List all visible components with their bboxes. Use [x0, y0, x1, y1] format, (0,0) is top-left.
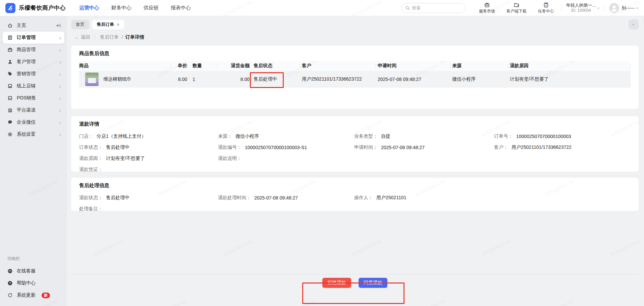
service-market-link[interactable]: 服务市场 [477, 2, 497, 14]
breadcrumb-parent[interactable]: 售后订单 [100, 34, 119, 40]
field-process-time: 退款处理时间：2025-07-08 09:48:27 [218, 192, 354, 203]
tabs-collapse-button[interactable]: › [629, 19, 639, 30]
field-value: 用户25021101 [376, 195, 406, 201]
sidebar-item-label: 系统设置 [17, 131, 55, 137]
field-label: 业务类型： [354, 133, 378, 139]
sidebar-item-marketing[interactable]: 营销管理 › [3, 68, 64, 80]
sidebar-item-customers[interactable]: 客户管理 › [3, 56, 64, 68]
field-value: 微信小程序 [235, 133, 259, 139]
global-search[interactable] [401, 3, 465, 13]
field-customer: 客户：用户25021101/17336623722 [494, 142, 631, 153]
field-label: 退款处理时间： [218, 195, 251, 201]
footer-action-bar: 拒绝退款 同意退款 [71, 274, 639, 288]
top-nav-supply-chain[interactable]: 供应链 [144, 5, 159, 11]
question-circle-icon: ? [7, 280, 13, 286]
field-refund-no: 退款编号：100002507070000100003-S1 [218, 142, 354, 153]
field-apply-time: 申请时间：2025-07-08 09:48:27 [354, 142, 494, 153]
chevron-right-icon: › [59, 107, 61, 113]
page-title: 订单详情 [125, 34, 144, 40]
sidebar-item-wecom[interactable]: 企业微信 › [3, 116, 64, 128]
search-input[interactable] [412, 5, 455, 10]
search-icon [405, 6, 410, 10]
chevron-down-icon: › [635, 7, 641, 9]
sidebar-item-online-store[interactable]: 线上店铺 › [3, 80, 64, 92]
pos-sales-icon [7, 95, 13, 101]
sidebar-item-label: POS销售 [17, 95, 55, 101]
sidebar-item-label: 企业微信 [17, 119, 55, 125]
table-header-row: 商品 单价 数量 退货金额 售后状态 客户 申请时间 来源 退款原因 [79, 61, 631, 71]
sidebar-footer: 功能栏 在线客服 ? 帮助中心 系统更新 新 [0, 256, 67, 301]
field-label: 门店： [79, 133, 93, 139]
field-refund-proof: 退款凭证： [79, 164, 218, 175]
col-product: 商品 [79, 61, 170, 71]
field-order-status: 订单状态：售后处理中 [79, 142, 218, 153]
sidebar-item-label: 商品管理 [17, 47, 55, 53]
col-apply-time: 申请时间 [376, 61, 450, 71]
sidebar-item-settings[interactable]: 系统设置 › [3, 128, 64, 140]
col-customer: 客户 [300, 61, 376, 71]
sidebar-item-platform-channels[interactable]: 平台渠道 › [3, 104, 64, 116]
sidebar-item-online-support[interactable]: 在线客服 [0, 265, 67, 277]
field-label: 退款状态： [79, 195, 103, 201]
field-value: 用户25021101/17336623722 [512, 144, 572, 150]
field-label: 退款原因： [79, 156, 103, 162]
sidebar-item-products[interactable]: 商品管理 › [3, 44, 64, 56]
col-source: 来源 [450, 61, 508, 71]
chevron-right-icon: › [59, 35, 61, 41]
reason-cell: 计划有变/不想要了 [508, 71, 631, 88]
unit-price-cell: 8.00 [170, 71, 187, 88]
topbar-divider-2 [604, 4, 604, 12]
field-value: 自提 [381, 133, 390, 139]
reject-refund-button[interactable]: 拒绝退款 [322, 278, 351, 288]
sidebar-collapse-icon[interactable] [56, 23, 61, 28]
sidebar-item-orders[interactable]: 订单管理 › [3, 32, 64, 44]
headset-icon [7, 268, 13, 274]
sidebar-item-label: 主页 [17, 23, 52, 29]
card-title: 退款详情 [79, 121, 631, 127]
top-nav-operations[interactable]: 运营中心 [79, 5, 99, 11]
wechat-icon [7, 120, 13, 125]
back-button[interactable]: ← 返回 [74, 34, 90, 40]
client-download-icon [514, 2, 520, 8]
tab-home[interactable]: 首页 [71, 20, 89, 29]
approve-refund-button[interactable]: 同意退款 [359, 278, 387, 288]
customer-management-icon [7, 59, 13, 64]
field-label: 来源： [218, 133, 232, 139]
col-unit-price: 单价 [170, 61, 187, 71]
breadcrumb-separator: / [121, 35, 123, 40]
sidebar-item-label: 订单管理 [17, 35, 55, 41]
svg-text:?: ? [9, 281, 11, 285]
top-nav-finance[interactable]: 财务中心 [111, 5, 131, 11]
client-download-link[interactable]: 客户端下载 [506, 2, 527, 14]
store-account-switcher[interactable]: 年轻人的第一... ID: 100004 › [566, 3, 600, 13]
product-name: 维达棉韧纸巾 [103, 76, 131, 82]
home-icon [7, 23, 13, 28]
field-refund-status: 退款状态：售后处理中 [79, 192, 218, 203]
sidebar-item-pos[interactable]: POS销售 › [3, 92, 64, 104]
sidebar-item-help-center[interactable]: ? 帮助中心 [0, 277, 67, 289]
chevron-right-icon: › [59, 83, 61, 89]
task-center-link[interactable]: 任务中心 [536, 2, 556, 14]
tab-after-sale-orders[interactable]: 售后订单 × [92, 20, 124, 29]
top-nav-reports[interactable]: 报表中心 [171, 5, 191, 11]
refund-details-card: 退款详情 门店：分店1（支持线上支付） 来源：微信小程序 业务类型：自提 订单号… [71, 116, 639, 172]
field-label: 订单号： [494, 133, 513, 139]
field-value: 计划有变/不想要了 [106, 156, 145, 162]
apply-time-cell: 2025-07-08 09:48:27 [376, 71, 450, 88]
col-quantity: 数量 [187, 61, 217, 71]
store-id: ID: 100004 [571, 8, 591, 13]
aftersale-process-card: 售后处理信息 退款状态：售后处理中 退款处理时间：2025-07-08 09:4… [71, 178, 639, 211]
customer-cell: 用户25021101/17336623722 [300, 71, 376, 88]
chevron-right-icon: › [59, 120, 61, 125]
field-value: 100002507070000100003 [516, 134, 571, 139]
sidebar-item-system-update[interactable]: 系统更新 新 [0, 289, 67, 301]
field-label: 申请时间： [354, 144, 378, 150]
user-menu[interactable]: 别------ › [609, 3, 639, 13]
topbar-divider [561, 4, 561, 12]
close-icon[interactable]: × [117, 22, 119, 27]
sidebar-item-home[interactable]: 主页 [3, 19, 64, 32]
source-cell: 微信小程序 [450, 71, 508, 88]
sidebar: 主页 订单管理 › 商品管理 › 客户管理 › 营销管理 › 线上店铺 › PO… [0, 16, 67, 306]
sidebar-item-label: 帮助中心 [17, 280, 36, 286]
field-value: 100002507070000100003-S1 [245, 145, 307, 150]
